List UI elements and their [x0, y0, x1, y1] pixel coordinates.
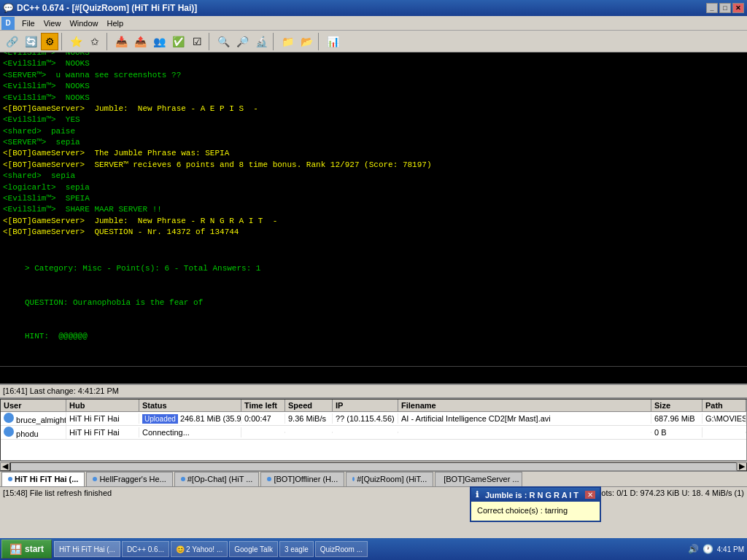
toolbar-separator-4: [273, 33, 276, 50]
tab-dot-2: [181, 477, 185, 481]
toolbar-separator-3: [209, 33, 212, 50]
toolbar-dl-queue[interactable]: 📥: [112, 33, 130, 50]
chat-msg-15: <[BOT]GameServer> SERVER™ recieves 6 poi…: [3, 160, 744, 171]
window-title: DC++ 0.674 - [#[QuizRoom] (HiT Hi FiT Ha…: [17, 3, 197, 13]
chat-input[interactable]: [0, 369, 747, 381]
transfer-row-1[interactable]: phodu HiT Hi FiT Hai Connecting... 0 B: [1, 426, 746, 440]
menu-file[interactable]: File: [18, 18, 39, 29]
toolbar-search-spy[interactable]: 🔎: [233, 33, 251, 50]
tray-icon-network: 🔊: [688, 543, 700, 555]
chat-category: > Category: Misc - Point(s): 6 - Total A…: [25, 263, 744, 274]
minimize-button[interactable]: _: [706, 3, 718, 13]
toolbar-finished-ul[interactable]: ☑: [188, 33, 206, 50]
tab-1[interactable]: HellFragger's He...: [86, 472, 172, 486]
toolbar-fav-hubs[interactable]: ⭐: [67, 33, 85, 50]
toolbar-separator-1: [61, 33, 64, 50]
chat-msg-16: <shared> sepia: [3, 171, 744, 182]
col-time[interactable]: Time left: [241, 400, 285, 411]
toolbar-filelist[interactable]: 📂: [298, 33, 315, 50]
toolbar-ul-queue[interactable]: 📤: [131, 33, 149, 50]
col-path[interactable]: Path: [703, 400, 746, 411]
title-bar: 💬 DC++ 0.674 - [#[QuizRoom] (HiT Hi FiT …: [0, 0, 747, 16]
transfer-time-0: 0:00:47: [241, 413, 285, 424]
toolbar-settings[interactable]: ⚙: [41, 33, 58, 50]
col-size[interactable]: Size: [651, 400, 703, 411]
toolbar-search[interactable]: 🔍: [214, 33, 232, 50]
start-icon: 🪟: [9, 543, 22, 555]
taskbar-label-2: 2 Yahoo! ...: [186, 545, 222, 553]
start-button[interactable]: 🪟 start: [1, 540, 52, 559]
toolbar-open-dl[interactable]: 📁: [279, 33, 296, 50]
toolbar-finished-dl[interactable]: ✅: [169, 33, 187, 50]
restore-button[interactable]: □: [719, 3, 731, 13]
user-icon-1: [4, 427, 14, 437]
chat-msg-11: <EvilSlim™> YES: [3, 114, 744, 125]
toolbar-transfers[interactable]: 📊: [324, 33, 341, 50]
menu-bar: D File View Window Help: [0, 16, 747, 31]
col-hub[interactable]: Hub: [66, 400, 139, 411]
toolbar-connect[interactable]: 🔗: [3, 33, 20, 50]
tab-label-1: HellFragger's He...: [99, 475, 166, 483]
tab-label-4: #[QuizRoom] (HiT...: [357, 475, 427, 483]
menu-help[interactable]: Help: [103, 18, 128, 29]
taskbar-btn-3[interactable]: Google Talk: [229, 541, 278, 557]
toolbar-fav-users[interactable]: ✩: [86, 33, 104, 50]
jumble-tooltip: ℹ Jumble is : R N G R A I T ✕ Correct ch…: [470, 486, 601, 522]
col-ip[interactable]: IP: [333, 400, 398, 411]
tab-3[interactable]: [BOT]Offliner (H...: [260, 472, 344, 486]
transfer-ip-0: ?? (10.115.4.56): [333, 413, 398, 424]
scroll-left-btn[interactable]: ◀: [0, 462, 10, 471]
taskbar-label-0: HiT Hi FiT Hai (...: [59, 545, 115, 553]
taskbar-btn-0[interactable]: HiT Hi FiT Hai (...: [54, 541, 120, 557]
toolbar-waiting[interactable]: 👥: [150, 33, 168, 50]
taskbar-btn-1[interactable]: DC++ 0.6...: [122, 541, 169, 557]
tab-label-2: #[Op-Chat] (HiT ...: [187, 475, 253, 483]
jumble-title: Jumble is : R N G R A I T: [485, 491, 578, 499]
transfer-speed-1: [285, 432, 333, 433]
tab-5[interactable]: [BOT]GameServer ...: [435, 472, 522, 486]
transfer-ip-1: [333, 432, 398, 433]
chat-msg-18: <EvilSlim™> SPEIA: [3, 193, 744, 204]
h-scrollbar[interactable]: ◀ ▶: [0, 461, 747, 470]
toolbar: 🔗 🔄 ⚙ ⭐ ✩ 📥 📤 👥 ✅ ☑ 🔍 🔎 🔬 📁 📂 📊: [0, 31, 747, 52]
chat-question-block: > Category: Misc - Point(s): 6 - Total A…: [3, 241, 744, 365]
toolbar-separator-2: [107, 33, 109, 50]
jumble-tooltip-close[interactable]: ✕: [585, 491, 595, 499]
tab-2[interactable]: #[Op-Chat] (HiT ...: [174, 472, 260, 486]
toolbar-search-adl[interactable]: 🔬: [252, 33, 270, 50]
col-status[interactable]: Status: [139, 400, 241, 411]
taskbar-btn-5[interactable]: QuizRoom ...: [315, 541, 368, 557]
transfer-status-0: Uploaded 246.81 MiB (35.9%: [139, 413, 241, 424]
taskbar-label-5: QuizRoom ...: [320, 545, 363, 553]
tab-0[interactable]: HiT Hi FiT Hai (...: [1, 472, 85, 486]
chat-msg-6: <EvilSlim™> NOOKS: [3, 58, 744, 69]
col-user[interactable]: User: [1, 400, 66, 411]
transfer-area[interactable]: User Hub Status Time left Speed IP Filen…: [0, 399, 747, 462]
bottom-status-text: [15:48] File list refresh finished: [3, 489, 112, 497]
col-speed[interactable]: Speed: [285, 400, 333, 411]
transfer-size-1: 0 B: [651, 427, 703, 438]
scroll-right-btn[interactable]: ▶: [737, 462, 747, 471]
transfer-row-0[interactable]: bruce_almighty HiT Hi FiT Hai Uploaded 2…: [1, 412, 746, 426]
close-button[interactable]: ✕: [732, 3, 744, 13]
transfer-header: User Hub Status Time left Speed IP Filen…: [1, 400, 746, 412]
col-filename[interactable]: Filename: [398, 400, 651, 411]
chat-msg-13: <SERVER™> sepia: [3, 137, 744, 148]
taskbar-btn-2[interactable]: 😊 2 Yahoo! ...: [171, 541, 228, 557]
transfer-filename-0: AI - Artificial Intelligence CD2[Mr Mast…: [398, 413, 651, 424]
toolbar-reconnect[interactable]: 🔄: [22, 33, 39, 50]
transfer-path-0: G:\MOVIES: [703, 413, 746, 424]
chat-msg-21: <[BOT]GameServer> QUESTION - Nr. 14372 o…: [3, 227, 744, 238]
start-label: start: [25, 544, 44, 554]
menu-view[interactable]: View: [39, 18, 66, 29]
transfer-size-0: 687.96 MiB: [651, 413, 703, 424]
menu-window[interactable]: Window: [65, 18, 102, 29]
app-icon: 💬: [3, 3, 14, 13]
tab-4[interactable]: #[QuizRoom] (HiT...: [346, 472, 433, 486]
chat-area[interactable]: <SERVER™> nooks <EvilSlim™> SKOON <SERVE…: [0, 52, 747, 366]
user-icon-0: [4, 413, 14, 423]
taskbar-btn-4[interactable]: 3 eagle: [279, 541, 314, 557]
h-scroll-track[interactable]: [10, 462, 737, 471]
chat-msg-12: <shared> paise: [3, 126, 744, 137]
transfer-hub-1: HiT Hi FiT Hai: [66, 427, 139, 438]
